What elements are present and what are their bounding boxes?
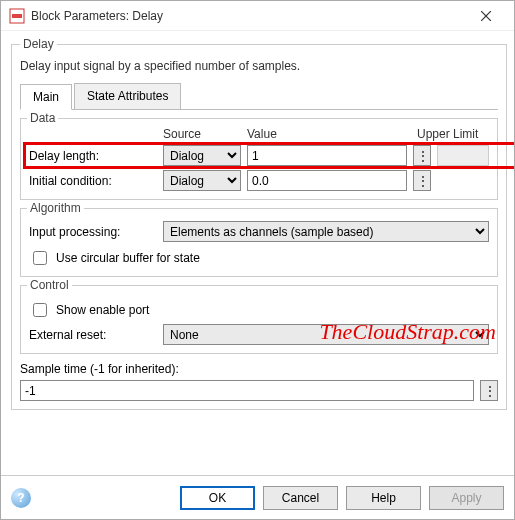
sample-time-row: Sample time (-1 for inherited): ⋮	[20, 362, 498, 401]
show-enable-port-label: Show enable port	[56, 303, 149, 317]
delay-length-row: Delay length: Dialog ⋮	[29, 145, 489, 166]
delay-length-upper-limit	[437, 145, 489, 166]
show-enable-port-checkbox[interactable]	[33, 303, 47, 317]
input-processing-select[interactable]: Elements as channels (sample based)	[163, 221, 489, 242]
data-headers: Source Value Upper Limit	[29, 127, 489, 141]
delay-length-value[interactable]	[247, 145, 407, 166]
external-reset-select[interactable]: None	[163, 324, 489, 345]
help-icon[interactable]: ?	[11, 488, 31, 508]
algorithm-legend: Algorithm	[27, 201, 84, 215]
footer: ? OK Cancel Help Apply	[1, 475, 514, 519]
external-reset-label: External reset:	[29, 328, 157, 342]
header-upper-limit: Upper Limit	[417, 127, 489, 141]
delay-length-label: Delay length:	[29, 149, 157, 163]
algorithm-group: Algorithm Input processing: Elements as …	[20, 208, 498, 277]
svg-rect-1	[12, 14, 22, 18]
window-title: Block Parameters: Delay	[31, 9, 466, 23]
tab-main[interactable]: Main	[20, 84, 72, 110]
initial-condition-label: Initial condition:	[29, 174, 157, 188]
input-processing-label: Input processing:	[29, 225, 157, 239]
control-legend: Control	[27, 278, 72, 292]
app-icon	[9, 8, 25, 24]
delay-group: Delay Delay input signal by a specified …	[11, 37, 507, 410]
cancel-button[interactable]: Cancel	[263, 486, 338, 510]
initial-condition-source[interactable]: Dialog	[163, 170, 241, 191]
delay-length-source[interactable]: Dialog	[163, 145, 241, 166]
header-value: Value	[247, 127, 411, 141]
sample-time-value[interactable]	[20, 380, 474, 401]
control-group: Control Show enable port External reset:…	[20, 285, 498, 354]
tab-bar: Main State Attributes	[20, 83, 498, 110]
sample-time-more[interactable]: ⋮	[480, 380, 498, 401]
ok-button[interactable]: OK	[180, 486, 255, 510]
description: Delay input signal by a specified number…	[20, 55, 498, 83]
help-button[interactable]: Help	[346, 486, 421, 510]
delay-legend: Delay	[20, 37, 57, 51]
circular-buffer-checkbox[interactable]	[33, 251, 47, 265]
titlebar: Block Parameters: Delay	[1, 1, 514, 31]
initial-condition-more[interactable]: ⋮	[413, 170, 431, 191]
header-source: Source	[163, 127, 241, 141]
data-legend: Data	[27, 111, 58, 125]
dialog-window: Block Parameters: Delay Delay Delay inpu…	[0, 0, 515, 520]
close-button[interactable]	[466, 1, 506, 31]
apply-button[interactable]: Apply	[429, 486, 504, 510]
content-area: Delay Delay input signal by a specified …	[1, 31, 514, 475]
delay-length-more[interactable]: ⋮	[413, 145, 431, 166]
initial-condition-value[interactable]	[247, 170, 407, 191]
tab-state-attributes[interactable]: State Attributes	[74, 83, 181, 109]
circular-buffer-label: Use circular buffer for state	[56, 251, 200, 265]
initial-condition-row: Initial condition: Dialog ⋮	[29, 170, 489, 191]
sample-time-label: Sample time (-1 for inherited):	[20, 362, 498, 376]
data-group: Data Source Value Upper Limit Delay leng…	[20, 118, 498, 200]
